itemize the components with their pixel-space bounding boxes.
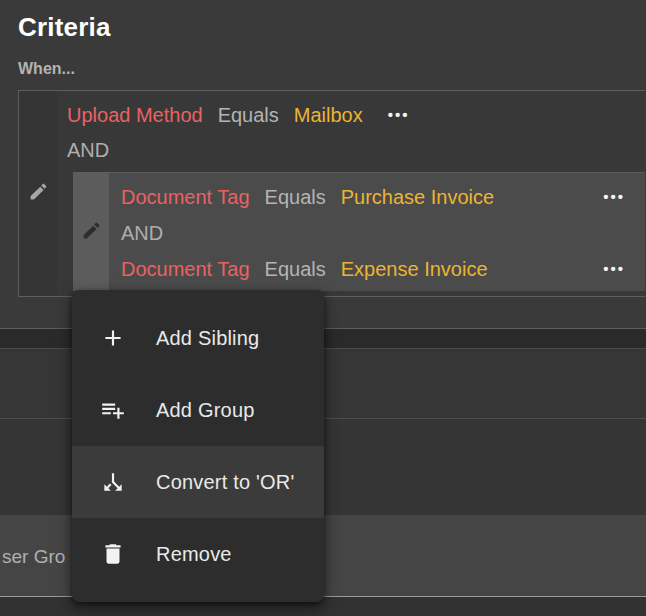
menu-item-label: Add Group: [156, 399, 255, 422]
playlist-add-icon: [100, 397, 126, 423]
menu-item-label: Convert to 'OR': [156, 471, 294, 494]
menu-item-add-group[interactable]: Add Group: [72, 374, 324, 446]
condition-field[interactable]: Document Tag: [121, 184, 250, 210]
menu-item-add-sibling[interactable]: Add Sibling: [72, 302, 324, 374]
menu-item-remove[interactable]: Remove: [72, 518, 324, 590]
outer-group-handle[interactable]: [19, 91, 57, 296]
menu-item-convert-to-or[interactable]: Convert to 'OR': [72, 446, 324, 518]
condition-field[interactable]: Upload Method: [67, 102, 203, 128]
condition-field[interactable]: Document Tag: [121, 256, 250, 282]
user-group-field-text: ser Gro: [2, 546, 65, 568]
criteria-group-outer: Upload Method Equals Mailbox ••• AND Doc…: [18, 90, 645, 297]
conjunction-label: AND: [67, 137, 109, 163]
row-menu-button[interactable]: •••: [603, 256, 625, 282]
plus-icon: [100, 325, 126, 351]
condition-value[interactable]: Expense Invoice: [341, 256, 488, 282]
row-menu-button[interactable]: •••: [388, 102, 410, 128]
edit-pencil-icon: [28, 181, 49, 206]
condition-value[interactable]: Purchase Invoice: [341, 184, 494, 210]
menu-item-label: Add Sibling: [156, 327, 259, 350]
edit-pencil-icon: [81, 220, 102, 245]
context-menu: Add Sibling Add Group Convert to 'OR' Re…: [72, 290, 324, 602]
call-split-icon: [100, 469, 126, 495]
row-menu-button[interactable]: •••: [603, 184, 625, 210]
condition-row: Document Tag Equals Purchase Invoice •••: [121, 184, 645, 212]
condition-value[interactable]: Mailbox: [294, 102, 363, 128]
trash-icon: [100, 541, 126, 567]
criteria-group-inner: Document Tag Equals Purchase Invoice •••…: [73, 172, 645, 291]
condition-operator: Equals: [265, 256, 326, 282]
page-title: Criteria: [18, 12, 111, 43]
condition-row: Document Tag Equals Expense Invoice •••: [121, 256, 645, 284]
condition-operator: Equals: [265, 184, 326, 210]
conjunction-label: AND: [121, 220, 163, 246]
condition-row: Upload Method Equals Mailbox •••: [67, 102, 410, 130]
condition-operator: Equals: [218, 102, 279, 128]
inner-group-handle[interactable]: [73, 173, 109, 291]
menu-item-label: Remove: [156, 543, 232, 566]
when-label: When...: [18, 60, 75, 78]
